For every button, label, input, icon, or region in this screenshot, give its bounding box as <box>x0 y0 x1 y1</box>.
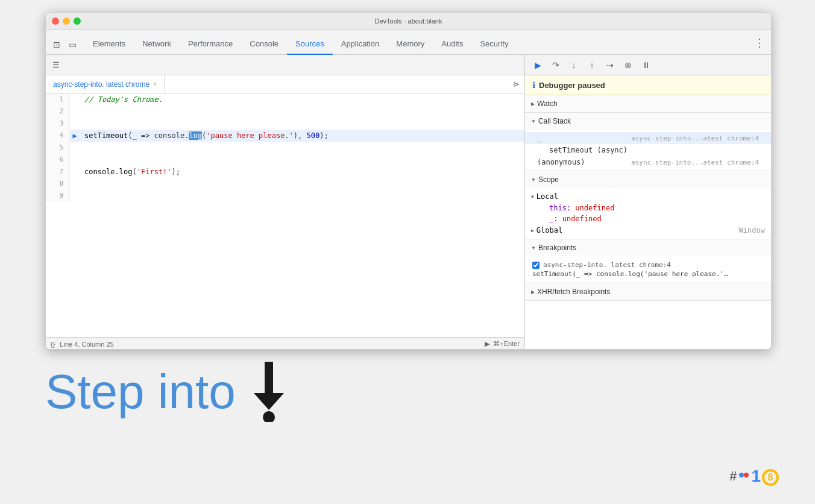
breakpoint-checkbox-0[interactable] <box>532 262 540 269</box>
local-label: Local <box>537 192 558 201</box>
tab-performance[interactable]: Performance <box>180 33 241 55</box>
line-number-1: 1 <box>46 93 70 106</box>
deactivate-breakpoints-button[interactable]: ⊗ <box>621 58 635 72</box>
toggle-drawer-icon[interactable]: ▭ <box>66 39 78 51</box>
run-snippet-button[interactable]: ▶ <box>485 340 489 348</box>
google-io-logo: # 1 8 <box>729 467 779 486</box>
tab-sources[interactable]: Sources <box>287 33 333 55</box>
execution-arrow: ▶ <box>72 130 77 142</box>
tab-audits[interactable]: Audits <box>433 33 471 55</box>
global-value: Window <box>739 226 765 235</box>
call-stack-toggle-icon <box>531 119 536 124</box>
step-into-icon <box>248 362 290 422</box>
tab-icon-group: ⊡ ▭ <box>51 39 84 54</box>
close-button[interactable] <box>52 17 59 25</box>
call-stack-section: Call Stack _ async-step-into...atest chr… <box>525 113 771 171</box>
resume-button[interactable]: ▶ <box>531 58 544 72</box>
scope-content: Local this: undefined _: undefined <box>525 188 771 239</box>
svg-point-2 <box>263 411 275 422</box>
call-stack-item-2[interactable]: (anonymous) async-step-into...atest chro… <box>525 156 771 168</box>
call-stack-item-0[interactable]: _ async-step-into...atest chrome:4 <box>525 132 771 144</box>
file-tabs: async-step-into. latest chrome × ⊳ <box>46 75 524 93</box>
info-icon: ℹ <box>532 80 535 90</box>
breakpoint-file-0: async-step-into. latest chrome:4 <box>543 261 671 269</box>
file-tab-active[interactable]: async-step-into. latest chrome × <box>46 75 165 93</box>
watch-label: Watch <box>537 99 558 108</box>
code-line-4: 4 ▶ setTimeout(_ => console.log('pause h… <box>46 130 524 142</box>
local-scope-header[interactable]: Local <box>525 191 771 203</box>
scope-section: Scope Local this: undefined <box>525 171 771 239</box>
line-number-4: 4 <box>46 130 70 142</box>
pause-on-exceptions-button[interactable]: ⏸ <box>640 58 653 72</box>
line-number-7: 7 <box>46 166 70 178</box>
maximize-button[interactable] <box>74 17 81 25</box>
xhr-breakpoints-section: XHR/fetch Breakpoints <box>525 283 771 301</box>
step-into-arrow-svg <box>248 362 290 422</box>
sources-panel: ☰ async-step-into. latest chrome × ⊳ 1 <box>46 55 525 350</box>
code-line-9: 9 <box>46 190 524 202</box>
call-stack-item-1[interactable]: setTimeout (async) <box>525 144 771 156</box>
breakpoints-header[interactable]: Breakpoints <box>525 239 771 256</box>
line-bp-4[interactable]: ▶ <box>70 130 80 142</box>
scope-item-underscore: _: undefined <box>525 213 771 224</box>
scope-value-this: undefined <box>575 204 614 212</box>
toggle-sources-sidebar-icon[interactable]: ☰ <box>51 60 61 71</box>
call-stack-header[interactable]: Call Stack <box>525 113 771 130</box>
scope-key-underscore: _: <box>549 215 558 223</box>
line-number-3: 3 <box>46 118 70 130</box>
code-line-3: 3 <box>46 118 524 130</box>
breakpoints-label: Breakpoints <box>538 244 576 252</box>
file-nav-button[interactable]: ⊳ <box>508 80 524 89</box>
local-toggle-icon <box>531 194 534 200</box>
svg-rect-0 <box>265 362 273 395</box>
step-into-button[interactable]: ↓ <box>567 58 581 72</box>
call-stack-loc-2: async-step-into...atest chrome:4 <box>631 159 759 166</box>
xhr-breakpoints-header[interactable]: XHR/fetch Breakpoints <box>525 283 771 300</box>
step-button[interactable]: ⇢ <box>603 58 617 72</box>
scope-toggle-icon <box>531 177 536 183</box>
scope-item-this: this: undefined <box>525 203 771 213</box>
code-line-1: 1 // Today's Chrome. <box>46 93 524 106</box>
svg-point-3 <box>739 473 744 477</box>
debugger-toolbar: ▶ ↷ ↓ ↑ ⇢ ⊗ ⏸ <box>525 55 771 75</box>
step-out-button[interactable]: ↑ <box>585 58 599 72</box>
global-scope-header[interactable]: Global Window <box>525 224 771 236</box>
tab-application[interactable]: Application <box>333 33 388 55</box>
file-tab-close-button[interactable]: × <box>153 81 157 87</box>
code-line-5: 5 <box>46 142 524 154</box>
call-stack-loc-0: async-step-into...atest chrome:4 <box>631 134 759 142</box>
more-tabs-button[interactable]: ⋮ <box>748 36 771 54</box>
line-number-9: 9 <box>46 190 70 202</box>
line-content-1: // Today's Chrome. <box>80 93 163 106</box>
tab-memory[interactable]: Memory <box>388 33 433 55</box>
scope-key-this: this: <box>549 204 571 212</box>
devtools-window: DevTools - about:blank ⊡ ▭ Elements Netw… <box>45 12 772 350</box>
svg-point-4 <box>744 473 749 477</box>
breakpoint-item-0: async-step-into. latest chrome:4 setTime… <box>525 259 771 280</box>
line-number-5: 5 <box>46 142 70 154</box>
code-area[interactable]: 1 // Today's Chrome. 2 3 <box>46 93 524 337</box>
watch-toggle-icon <box>531 101 535 107</box>
code-format-icon[interactable]: {} <box>51 341 55 348</box>
call-stack-label: Call Stack <box>538 117 571 125</box>
code-line-8: 8 <box>46 178 524 190</box>
paused-text: Debugger paused <box>539 81 605 90</box>
breakpoints-content: async-step-into. latest chrome:4 setTime… <box>525 256 771 283</box>
code-line-7: 7 console.log('First!'); <box>46 166 524 178</box>
scope-label: Scope <box>538 175 559 184</box>
io-logo-svg <box>738 470 749 480</box>
scope-header[interactable]: Scope <box>525 171 771 188</box>
toggle-device-icon[interactable]: ⊡ <box>51 39 63 51</box>
step-over-button[interactable]: ↷ <box>549 58 562 72</box>
debugger-panel: ▶ ↷ ↓ ↑ ⇢ ⊗ ⏸ ℹ Debugger paused <box>525 55 771 350</box>
tab-elements[interactable]: Elements <box>84 33 134 55</box>
tab-console[interactable]: Console <box>241 33 287 55</box>
minimize-button[interactable] <box>63 17 70 25</box>
watch-section: Watch <box>525 95 771 113</box>
watch-header[interactable]: Watch <box>525 95 771 112</box>
global-toggle-icon <box>531 228 534 233</box>
title-bar-buttons <box>52 17 81 25</box>
tab-security[interactable]: Security <box>471 33 517 55</box>
tab-network[interactable]: Network <box>134 33 180 55</box>
call-stack-fn-1: setTimeout (async) <box>537 146 628 154</box>
